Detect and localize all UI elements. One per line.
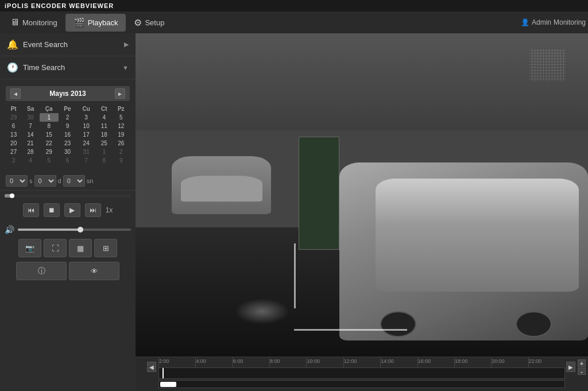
snapshot-btn[interactable]: 📷 bbox=[18, 239, 41, 257]
calendar-day[interactable]: 25 bbox=[96, 139, 112, 148]
zoom-in-btn[interactable]: + bbox=[578, 359, 586, 367]
calendar-day[interactable]: 7 bbox=[76, 156, 96, 165]
zoom-out-btn[interactable]: - bbox=[578, 367, 586, 375]
timeline-zoom: + - bbox=[578, 359, 586, 375]
play-btn[interactable]: ▶ bbox=[64, 203, 80, 217]
min-select[interactable]: 0153045 bbox=[34, 175, 56, 187]
calendar-day[interactable]: 27 bbox=[6, 148, 21, 156]
calendar-day[interactable]: 30 bbox=[59, 148, 77, 156]
main-content: 🔔 Event Search ▶ 🕐 Time Search ▼ ◄ Mayıs… bbox=[0, 33, 588, 391]
tool-row-1: 📷 ⛶ ▦ ⊞ bbox=[0, 237, 136, 260]
calendar-day[interactable]: 22 bbox=[40, 139, 59, 148]
calendar-day[interactable]: 30 bbox=[21, 113, 40, 122]
monitoring-nav-btn[interactable]: 🖥 Monitoring bbox=[2, 14, 65, 31]
event-search-label: Event Search bbox=[23, 40, 119, 49]
calendar-day[interactable]: 24 bbox=[76, 139, 96, 148]
calendar-day[interactable]: 8 bbox=[96, 156, 112, 165]
sidebar-item-time-search[interactable]: 🕐 Time Search ▼ bbox=[0, 56, 136, 79]
admin-label: Admin bbox=[532, 18, 551, 26]
navbar: 🖥 Monitoring 🎬 Playback ⚙ Setup 👤 Admin … bbox=[0, 11, 588, 33]
calendar-day[interactable]: 5 bbox=[112, 113, 130, 122]
time-selector-row: 012 s 0153045 d 0153045 sn bbox=[0, 172, 136, 190]
playback-controls: ⏮ ⏹ ▶ ⏭ 1x bbox=[0, 190, 136, 223]
stop-btn[interactable]: ⏹ bbox=[44, 203, 60, 217]
tool-row-2: ⓘ 👁 bbox=[0, 260, 136, 282]
volume-slider[interactable] bbox=[18, 229, 131, 231]
info-btn[interactable]: ⓘ bbox=[16, 262, 67, 280]
timeline-tick: 4:00 bbox=[195, 357, 232, 367]
timeline-left-btn[interactable]: ◀ bbox=[147, 362, 156, 372]
timeline-tick: 2:00 bbox=[158, 357, 195, 367]
calendar-day[interactable]: 9 bbox=[112, 156, 130, 165]
timeline-tick: 16:00 bbox=[417, 357, 454, 367]
timeline-right-btn[interactable]: ▶ bbox=[566, 362, 575, 372]
cal-day-header: Ça bbox=[40, 104, 59, 113]
calendar-day[interactable]: 18 bbox=[96, 130, 112, 139]
calendar-day[interactable]: 1 bbox=[96, 148, 112, 156]
calendar-day[interactable]: 19 bbox=[112, 130, 130, 139]
calendar-table: PtSaÇaPeCuCtPz 2930123456789101112131415… bbox=[6, 104, 130, 165]
timeline-tick: 22:00 bbox=[528, 357, 565, 367]
sec-label: sn bbox=[87, 177, 94, 184]
calendar-day[interactable]: 9 bbox=[59, 122, 77, 130]
video-panel: ◀ bbox=[136, 33, 588, 391]
calendar-next-btn[interactable]: ► bbox=[115, 88, 125, 99]
calendar-day[interactable]: 26 bbox=[112, 139, 130, 148]
cal-day-header: Pt bbox=[6, 104, 21, 113]
min-label: d bbox=[58, 177, 61, 184]
calendar-day[interactable]: 20 bbox=[6, 139, 21, 148]
calendar-day[interactable]: 2 bbox=[59, 113, 77, 122]
overlay-btn[interactable]: 👁 bbox=[69, 262, 119, 280]
calendar-day[interactable]: 8 bbox=[40, 122, 59, 130]
expand-btn[interactable]: ⊞ bbox=[94, 239, 117, 257]
timeline-scrollbar[interactable] bbox=[158, 380, 565, 388]
calendar-day[interactable]: 29 bbox=[40, 148, 59, 156]
calendar-day[interactable]: 6 bbox=[59, 156, 77, 165]
calendar-day[interactable]: 29 bbox=[6, 113, 21, 122]
calendar-day[interactable]: 10 bbox=[76, 122, 96, 130]
calendar-day[interactable]: 11 bbox=[96, 122, 112, 130]
playback-nav-btn[interactable]: 🎬 Playback bbox=[65, 14, 126, 32]
calendar-day[interactable]: 15 bbox=[40, 130, 59, 139]
rewind-btn[interactable]: ⏮ bbox=[23, 203, 39, 217]
cal-day-header: Cu bbox=[76, 104, 96, 113]
fullscreen-btn[interactable]: ⛶ bbox=[44, 239, 67, 257]
calendar-day[interactable]: 12 bbox=[112, 122, 130, 130]
calendar-day[interactable]: 6 bbox=[6, 122, 21, 130]
calendar-day[interactable]: 3 bbox=[76, 113, 96, 122]
calendar-day[interactable]: 28 bbox=[21, 148, 40, 156]
calendar-day[interactable]: 16 bbox=[59, 130, 77, 139]
sidebar-item-event-search[interactable]: 🔔 Event Search ▶ bbox=[0, 33, 136, 56]
playback-btn-row: ⏮ ⏹ ▶ ⏭ 1x bbox=[5, 201, 131, 219]
volume-icon: 🔊 bbox=[5, 225, 14, 234]
expand-icon: ⊞ bbox=[103, 244, 109, 253]
calendar-day[interactable]: 13 bbox=[6, 130, 21, 139]
hour-label: s bbox=[29, 177, 33, 184]
admin-icon: 👤 bbox=[521, 18, 529, 26]
grid-btn[interactable]: ▦ bbox=[69, 239, 92, 257]
scroll-thumb bbox=[160, 382, 176, 387]
setup-nav-btn[interactable]: ⚙ Setup bbox=[126, 14, 172, 32]
sec-select[interactable]: 0153045 bbox=[63, 175, 85, 187]
playback-nav-label: Playback bbox=[88, 18, 118, 27]
calendar-day[interactable]: 7 bbox=[21, 122, 40, 130]
forward-btn[interactable]: ⏭ bbox=[85, 203, 101, 217]
hour-select[interactable]: 012 bbox=[6, 175, 28, 187]
calendar-day[interactable]: 4 bbox=[21, 156, 40, 165]
calendar-day[interactable]: 5 bbox=[40, 156, 59, 165]
volume-row: 🔊 bbox=[0, 223, 136, 237]
time-search-arrow: ▼ bbox=[122, 64, 129, 71]
timeline-tick: 18:00 bbox=[454, 357, 491, 367]
calendar-day[interactable]: 2 bbox=[112, 148, 130, 156]
calendar-day[interactable]: 23 bbox=[59, 139, 77, 148]
calendar-day[interactable]: 17 bbox=[76, 130, 96, 139]
calendar-prev-btn[interactable]: ◄ bbox=[10, 88, 21, 99]
calendar-day[interactable]: 1 bbox=[40, 113, 59, 122]
timeline-track[interactable] bbox=[158, 367, 565, 379]
calendar-day[interactable]: 31 bbox=[76, 148, 96, 156]
calendar-day[interactable]: 3 bbox=[6, 156, 21, 165]
calendar-day[interactable]: 4 bbox=[96, 113, 112, 122]
calendar-title: Mayıs 2013 bbox=[49, 90, 86, 98]
calendar-day[interactable]: 21 bbox=[21, 139, 40, 148]
calendar-day[interactable]: 14 bbox=[21, 130, 40, 139]
